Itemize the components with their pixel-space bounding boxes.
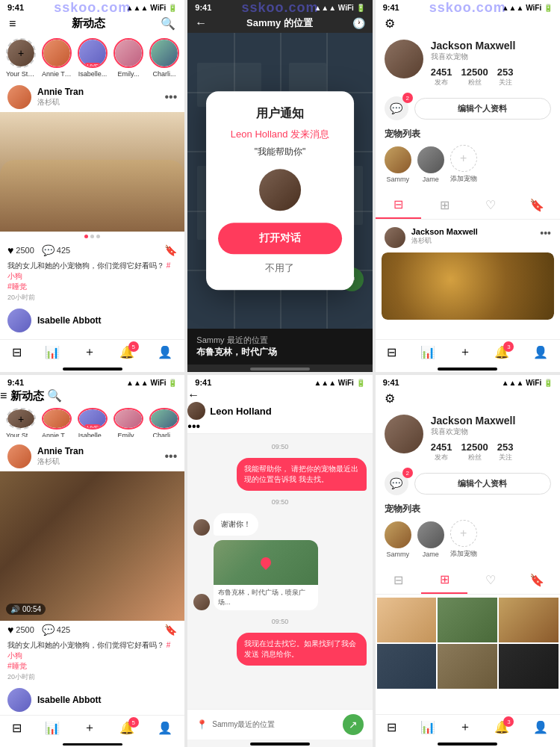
jame-name-1: Jame [423,176,439,183]
bookmark-btn-4[interactable]: 🔖 [164,624,177,636]
pets-row-2: Sammy Jame + 添加宠物 [385,520,551,559]
tab-heart-2[interactable]: ♡ [467,566,514,594]
nav-person-4[interactable]: 👤 [158,721,172,735]
story-your-4[interactable]: + Your Story [6,408,36,437]
nav-home-6[interactable]: ⊟ [387,720,396,734]
message-btn-2[interactable]: 💬 2 [385,471,408,495]
story-isabelle-4[interactable]: LIVE Isabelle... [78,408,108,437]
story-emily-4[interactable]: Emily... [113,408,143,437]
back-btn-5[interactable]: ← [187,388,199,401]
like-btn-4[interactable]: ♥ 2500 [7,624,34,636]
tab-bookmark-1[interactable]: 🔖 [514,191,560,219]
comment-btn-4[interactable]: 💬 425 [42,624,70,636]
grid-img-5[interactable] [438,644,497,689]
tab-posts-1[interactable]: ⊟ [376,191,422,219]
tab-posts-2[interactable]: ⊟ [376,566,422,594]
nav-bar-4: ≡ 新动态 🔍 [0,388,184,403]
puppy-image-1 [382,252,554,320]
nav-add-3[interactable]: ＋ [459,344,471,360]
back-btn-2[interactable]: ← [195,16,207,30]
settings-icon-3[interactable]: ⚙ [385,17,395,30]
nav-chart-4[interactable]: 📊 [45,721,60,735]
nav-person-3[interactable]: 👤 [533,345,548,359]
grid-img-3[interactable] [499,598,559,642]
search-icon[interactable]: 🔍 [161,16,175,31]
pet-sammy-2[interactable]: Sammy [385,521,411,558]
nav-chart-6[interactable]: 📊 [420,720,435,734]
location-share-btn[interactable]: ↗ [343,714,364,735]
message-btn-1[interactable]: 💬 2 [385,96,408,120]
nav-bell-6[interactable]: 🔔 3 [494,720,509,734]
profile-info-1: Jackson Maxwell 我喜欢宠物 2451 发布 12500 粉丝 2… [431,40,551,87]
grid-img-2[interactable] [438,598,497,642]
map-bubble-row: 布鲁克林，时代广场，喷泉广场... [193,540,366,610]
nav-home-1[interactable]: ⊟ [12,345,22,359]
tab-heart-1[interactable]: ♡ [467,191,514,219]
nav-chart-1[interactable]: 📊 [45,345,60,359]
home-indicator-1 [63,368,122,371]
grid-img-6[interactable] [499,644,559,689]
pets-section-1: 宠物列表 Sammy Jame + 添加宠物 [376,123,560,188]
nav-add-4[interactable]: ＋ [84,720,96,736]
more-btn-4[interactable]: ••• [165,450,178,463]
live-badge-4: LIVE [84,424,100,430]
menu-icon-4[interactable]: ≡ [0,389,7,402]
dialog-avatar [259,169,301,211]
more-btn-1[interactable]: ••• [165,90,178,104]
profile-tagline-1: 我喜欢宠物 [431,52,551,62]
nav-person-1[interactable]: 👤 [158,345,172,359]
settings-icon-6[interactable]: ⚙ [385,392,395,405]
message-badge-2: 2 [402,468,413,478]
followers-label-1: 粉丝 [461,78,488,87]
story-annie-4[interactable]: Annie Tr... [42,408,72,437]
tab-bookmark-2[interactable]: 🔖 [514,566,560,594]
story-annie[interactable]: Annie Tr... [42,38,72,78]
more-btn-5[interactable]: ••• [187,420,200,433]
more-btn-3[interactable]: ••• [540,227,551,239]
nav-add-6[interactable]: ＋ [459,719,471,735]
story-emily[interactable]: Emily... [113,38,143,78]
tab-grid-2[interactable]: ⊞ [421,566,467,594]
pet-jame-2[interactable]: Jame [417,521,444,558]
story-charlie[interactable]: Charli... [149,38,179,78]
location-label: Sammy 最近的位置 [196,335,363,346]
nav-bell-3[interactable]: 🔔 3 [494,345,509,359]
bookmark-btn-1[interactable]: 🔖 [164,244,177,256]
emily-img-4 [115,409,142,428]
nav-person-6[interactable]: 👤 [533,720,548,734]
nav-home-3[interactable]: ⊟ [387,345,396,359]
pet-add-1[interactable]: + 添加宠物 [450,145,477,184]
tab-grid-1[interactable]: ⊞ [421,191,467,219]
nav-bell-4[interactable]: 🔔 5 [119,721,134,735]
followers-label-2: 粉丝 [461,453,488,462]
pet-jame-1[interactable]: Jame [417,146,444,183]
nav-home-4[interactable]: ⊟ [12,721,22,735]
tag2-1[interactable]: #睡觉 [7,282,27,291]
grid-img-1[interactable] [377,598,437,642]
edit-profile-btn-1[interactable]: 编辑个人资料 [414,98,551,120]
post-avatar-4b [7,688,31,712]
grid-img-4[interactable] [377,644,437,689]
nav-add-1[interactable]: ＋ [84,344,96,360]
screen-social-feed-2: 9:41 ▲▲▲ WiFi 🔋 ≡ 新动态 🔍 + Your Story Ann… [0,375,184,747]
charlie-name-4: Charli... [152,432,175,437]
menu-icon[interactable]: ≡ [9,17,16,31]
pet-sammy-1[interactable]: Sammy [385,146,411,183]
like-btn-1[interactable]: ♥ 2500 [7,244,34,256]
tag2-4[interactable]: #睡觉 [7,662,27,670]
map-bottom-bar: Sammy 最近的位置 布鲁克林，时代广场 [187,329,372,365]
story-your[interactable]: + Your Story [6,38,36,78]
nav-bell-1[interactable]: 🔔 5 [119,345,134,359]
search-icon-4[interactable]: 🔍 [47,389,62,402]
pets-title-1: 宠物列表 [385,128,551,140]
cancel-btn[interactable]: 不用了 [218,261,342,275]
open-chat-btn[interactable]: 打开对话 [218,223,342,254]
time-ago-1: 20小时前 [7,294,35,301]
comment-btn-1[interactable]: 💬 425 [42,244,70,256]
story-charlie-4[interactable]: Charli... [149,408,179,437]
story-isabelle[interactable]: LIVE Isabelle... [78,38,108,78]
nav-chart-3[interactable]: 📊 [420,345,435,359]
received-avatar-2 [193,594,210,610]
pet-add-2[interactable]: + 添加宠物 [450,520,477,559]
edit-profile-btn-2[interactable]: 编辑个人资料 [414,473,551,495]
